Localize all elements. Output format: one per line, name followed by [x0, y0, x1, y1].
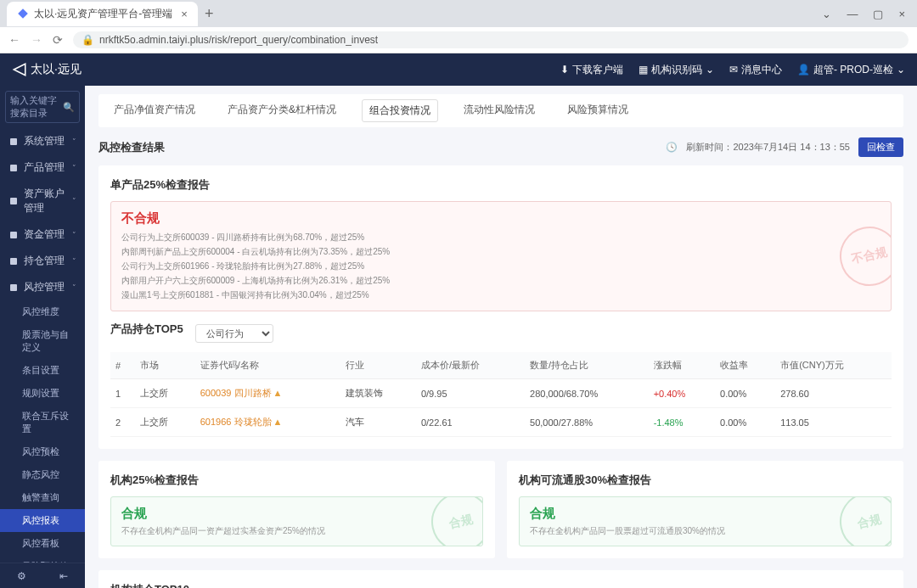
tab-bar: 太以·远见资产管理平台-管理端 × + ⌄ — ▢ × — [0, 0, 917, 27]
sub-tabs: 产品净值资产情况产品资产分类&杠杆情况组合投资情况流动性风险情况风险预算情况 — [98, 94, 903, 127]
sidebar-item-触警查询[interactable]: 触警查询 — [0, 486, 85, 509]
card-title: 机构可流通股30%检查报告 — [519, 473, 892, 488]
col-header: 市值(CNY)万元 — [775, 352, 892, 379]
col-header: 涨跌幅 — [649, 352, 715, 379]
page-title: 风控检查结果 — [98, 140, 165, 155]
sidebar-group-持仓管理[interactable]: 持仓管理˅ — [0, 248, 85, 274]
warn-icon: ▲ — [273, 388, 283, 398]
col-header: 收益率 — [715, 352, 775, 379]
sidebar-item-静态风控[interactable]: 静态风控 — [0, 463, 85, 486]
back-icon[interactable]: ← — [8, 33, 20, 47]
sidebar-search[interactable]: 输入关键字搜索目录🔍 — [0, 86, 85, 128]
close-icon[interactable]: × — [181, 8, 188, 20]
app-logo[interactable]: 太以·远见 — [12, 62, 82, 77]
grid-icon — [8, 137, 19, 147]
card-title: 单产品25%检查报告 — [110, 177, 892, 193]
url-text: nrkftk5o.admin.taiyi.plus/risk/report_qu… — [99, 34, 378, 46]
coin-icon — [8, 230, 19, 240]
minimize-icon[interactable]: — — [847, 8, 858, 20]
sidebar-item-规则设置[interactable]: 规则设置 — [0, 382, 85, 405]
col-header: # — [110, 352, 135, 379]
chevron-icon: ˅ — [72, 231, 76, 239]
address-bar: ← → ⟳ 🔒 nrkftk5o.admin.taiyi.plus/risk/r… — [0, 27, 917, 53]
sidebar-item-风险预算管理[interactable]: 风险预算管理 — [0, 555, 85, 563]
col-header: 市场 — [135, 352, 195, 379]
subtab-3[interactable]: 流动性风险情况 — [457, 99, 542, 122]
chevron-down-icon[interactable]: ⌄ — [822, 8, 831, 20]
table-row[interactable]: 2 上交所 601966 玲珑轮胎▲ 汽车 0/22.61 50,000/27.… — [110, 408, 892, 437]
status-badge: 合规 — [530, 506, 880, 522]
section-title: 产品持仓TOP5 — [110, 322, 183, 337]
fail-line: 漫山黑1号上交所601881 - 中国银河持有比例为30.04%，超过25% — [121, 288, 880, 302]
col-header: 证券代码/名称 — [195, 352, 341, 379]
status-badge: 不合规 — [121, 210, 880, 227]
sidebar-group-资金管理[interactable]: 资金管理˅ — [0, 221, 85, 248]
brand-text: 太以·远见 — [31, 62, 82, 77]
fail-alert: 不合规 公司行为上交所600039 - 四川路桥持有比例为68.70%，超过25… — [110, 201, 892, 311]
org-code[interactable]: ▦机构识别码⌄ — [639, 63, 714, 77]
sidebar-menu: 系统管理˅产品管理˅资产账户管理˅资金管理˅持仓管理˅风控管理˅风控维度股票池与… — [0, 128, 85, 563]
col-header: 行业 — [340, 352, 415, 379]
card-top10: 机构持仓TOP10 #市场证券代码/名称行业成本价/最新价数量/持仓占比涨跌幅收… — [98, 570, 903, 588]
card-org-30: 机构可流通股30%检查报告 合规 不存在全机构产品同一股票超过可流通股30%的情… — [507, 461, 903, 558]
window-controls: ⌄ — ▢ × — [822, 8, 917, 20]
clock-icon: 🕓 — [666, 142, 678, 153]
forward-icon: → — [31, 33, 42, 47]
browser-tab[interactable]: 太以·远见资产管理平台-管理端 × — [7, 2, 198, 26]
svg-rect-2 — [10, 198, 17, 204]
sidebar-group-系统管理[interactable]: 系统管理˅ — [0, 128, 85, 154]
ok-alert: 合规 不存在全机构产品同一资产超过实基金资产25%的情况 合规 — [110, 496, 483, 546]
card-org-25: 机构25%检查报告 合规 不存在全机构产品同一资产超过实基金资产25%的情况 合… — [98, 461, 495, 558]
fail-line: 公司行为上交所600039 - 四川路桥持有比例为68.70%，超过25% — [121, 230, 880, 244]
col-header: 成本价/最新价 — [416, 352, 525, 379]
fail-line: 内部周刊新产品上交所600004 - 白云机场持有比例为73.35%，超过25% — [121, 244, 880, 259]
sidebar-item-风控报表[interactable]: 风控报表 — [0, 509, 85, 532]
result-header: 风控检查结果 🕓 刷新时间：2023年7月14日 14：13：55 回检查 — [98, 137, 903, 157]
tab-title: 太以·远见资产管理平台-管理端 — [34, 7, 172, 21]
chevron-icon: ˅ — [72, 197, 76, 205]
gear-icon[interactable]: ⚙ — [17, 570, 26, 582]
message-center[interactable]: ✉消息中心 — [729, 63, 782, 77]
sidebar-item-风控维度[interactable]: 风控维度 — [0, 300, 85, 323]
shield-icon — [8, 283, 19, 293]
sidebar-group-风控管理[interactable]: 风控管理˅ — [0, 274, 85, 300]
maximize-icon[interactable]: ▢ — [873, 8, 883, 20]
sidebar-group-资产账户管理[interactable]: 资产账户管理˅ — [0, 181, 85, 221]
sidebar-item-风控看板[interactable]: 风控看板 — [0, 532, 85, 555]
sidebar-item-条目设置[interactable]: 条目设置 — [0, 359, 85, 382]
chevron-icon: ˅ — [72, 257, 76, 266]
subtab-0[interactable]: 产品净值资产情况 — [107, 99, 202, 122]
sidebar-group-产品管理[interactable]: 产品管理˅ — [0, 154, 85, 181]
top5-table: #市场证券代码/名称行业成本价/最新价数量/持仓占比涨跌幅收益率市值(CNY)万… — [110, 352, 892, 437]
main-content: 产品净值资产情况产品资产分类&杠杆情况组合投资情况流动性风险情况风险预算情况 风… — [85, 86, 917, 588]
url-box[interactable]: 🔒 nrkftk5o.admin.taiyi.plus/risk/report_… — [73, 31, 909, 48]
logo-icon — [12, 62, 27, 77]
browser-chrome: 太以·远见资产管理平台-管理端 × + ⌄ — ▢ × ← → ⟳ 🔒 nrkf… — [0, 0, 917, 53]
org-switcher[interactable]: 👤超管- PROD-巡检⌄ — [797, 63, 905, 77]
sidebar-item-风控预检[interactable]: 风控预检 — [0, 440, 85, 463]
collapse-icon[interactable]: ⇤ — [59, 570, 68, 582]
fail-line: 公司行为上交所601966 - 玲珑轮胎持有比例为27.88%，超过25% — [121, 259, 880, 273]
sidebar-item-联合互斥设置[interactable]: 联合互斥设置 — [0, 405, 85, 440]
chevron-icon: ˅ — [72, 164, 76, 172]
wallet-icon — [8, 196, 19, 206]
behavior-select[interactable]: 公司行为 — [195, 324, 273, 343]
svg-rect-0 — [10, 138, 17, 145]
sidebar: 输入关键字搜索目录🔍 系统管理˅产品管理˅资产账户管理˅资金管理˅持仓管理˅风控… — [0, 86, 85, 588]
subtab-1[interactable]: 产品资产分类&杠杆情况 — [221, 99, 343, 122]
search-icon: 🔍 — [63, 102, 75, 113]
new-tab-button[interactable]: + — [205, 5, 214, 23]
layers-icon — [8, 256, 19, 266]
table-row[interactable]: 1 上交所 600039 四川路桥▲ 建筑装饰 0/9.95 280,000/6… — [110, 379, 892, 408]
download-client[interactable]: ⬇下载客户端 — [560, 63, 623, 77]
security-link[interactable]: 600039 四川路桥 — [200, 388, 272, 398]
recheck-button[interactable]: 回检查 — [858, 137, 903, 157]
stamp-ok: 合规 — [834, 496, 892, 546]
reload-icon[interactable]: ⟳ — [53, 33, 63, 47]
sidebar-item-股票池与自定义[interactable]: 股票池与自定义 — [0, 323, 85, 359]
subtab-4[interactable]: 风险预算情况 — [560, 99, 635, 122]
close-window-icon[interactable]: × — [898, 8, 905, 20]
security-link[interactable]: 601966 玲珑轮胎 — [200, 417, 272, 427]
status-badge: 合规 — [121, 506, 472, 522]
subtab-2[interactable]: 组合投资情况 — [362, 99, 438, 122]
